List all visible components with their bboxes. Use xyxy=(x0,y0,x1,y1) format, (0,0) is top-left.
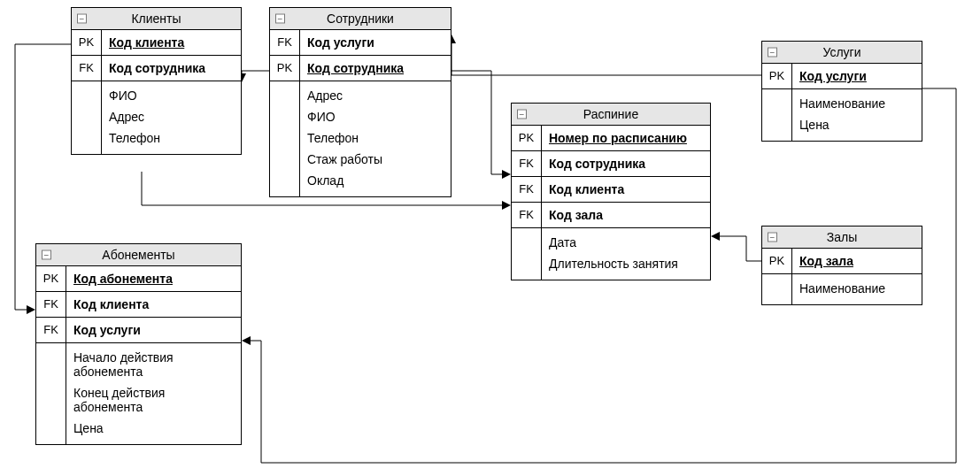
table-row: Наименование Цена xyxy=(762,89,922,141)
field-name: Цена xyxy=(73,418,234,439)
field-name: Код услуги xyxy=(300,30,451,55)
key-label: PK xyxy=(36,266,66,291)
field-name: Конец действия абонемента xyxy=(73,382,234,418)
table-row: PK Код услуги xyxy=(762,64,922,89)
field-name: Цена xyxy=(799,114,914,135)
svg-marker-3 xyxy=(502,170,511,179)
svg-marker-5 xyxy=(711,232,720,241)
attr-list: Адрес ФИО Телефон Стаж работы Оклад xyxy=(300,81,451,196)
svg-marker-2 xyxy=(27,305,35,314)
table-row: FK Код клиента xyxy=(512,177,710,203)
field-name: Код зала xyxy=(792,249,922,273)
table-services-header: − Услуги xyxy=(762,42,922,64)
table-title: Абонементы xyxy=(102,248,174,262)
erd-canvas: − Клиенты PK Код клиента FK Код сотрудни… xyxy=(0,0,980,476)
field-name: Оклад xyxy=(307,170,444,191)
field-name: Код клиента xyxy=(102,30,241,55)
table-row: Наименование xyxy=(762,274,922,304)
table-row: Адрес ФИО Телефон Стаж работы Оклад xyxy=(270,81,451,196)
table-row: FK Код клиента xyxy=(36,292,241,318)
key-label xyxy=(72,81,102,154)
table-row: PK Код абонемента xyxy=(36,266,241,292)
field-name: Адрес xyxy=(307,85,444,106)
key-label: FK xyxy=(36,318,66,342)
table-row: Дата Длительность занятия xyxy=(512,228,710,280)
attr-list: Дата Длительность занятия xyxy=(542,228,710,280)
field-name: Код клиента xyxy=(66,292,241,317)
svg-marker-6 xyxy=(242,336,251,345)
field-name: Начало действия абонемента xyxy=(73,347,234,382)
field-name: ФИО xyxy=(109,85,234,106)
key-label xyxy=(512,228,542,280)
collapse-icon[interactable]: − xyxy=(768,233,777,242)
field-name: Код сотрудника xyxy=(542,151,710,176)
collapse-icon[interactable]: − xyxy=(275,14,285,24)
table-title: Сотрудники xyxy=(327,12,394,26)
field-name: Длительность занятия xyxy=(549,253,703,274)
key-label: PK xyxy=(512,126,542,150)
field-name: Код услуги xyxy=(66,318,241,342)
table-row: Начало действия абонемента Конец действи… xyxy=(36,343,241,444)
table-halls-header: − Залы xyxy=(762,226,922,249)
key-label xyxy=(36,343,66,444)
field-name: Телефон xyxy=(307,127,444,149)
key-label: FK xyxy=(512,177,542,202)
table-employees: − Сотрудники FK Код услуги PK Код сотруд… xyxy=(269,7,451,197)
collapse-icon[interactable]: − xyxy=(517,110,527,119)
field-name: Код сотрудника xyxy=(102,56,241,81)
table-row: FK Код услуги xyxy=(36,318,241,343)
collapse-icon[interactable]: − xyxy=(768,48,777,58)
attr-list: Наименование Цена xyxy=(792,89,922,141)
table-row: FK Код зала xyxy=(512,203,710,228)
field-name: Код зала xyxy=(542,203,710,227)
field-name: Наименование xyxy=(799,278,914,299)
table-row: PK Код сотрудника xyxy=(270,56,451,81)
attr-list: Начало действия абонемента Конец действи… xyxy=(66,343,241,444)
key-label xyxy=(762,89,792,141)
attr-list: Наименование xyxy=(792,274,922,304)
field-name: Телефон xyxy=(109,127,234,149)
attr-list: ФИО Адрес Телефон xyxy=(102,81,241,154)
table-title: Услуги xyxy=(822,45,860,59)
table-subscriptions: − Абонементы PK Код абонемента FK Код кл… xyxy=(35,243,242,445)
table-services: − Услуги PK Код услуги Наименование Цена xyxy=(761,41,922,142)
field-name: Стаж работы xyxy=(307,149,444,170)
field-name: Наименование xyxy=(799,93,914,114)
table-employees-header: − Сотрудники xyxy=(270,8,451,30)
field-name: ФИО xyxy=(307,106,444,127)
table-title: Распиние xyxy=(583,107,638,121)
svg-marker-4 xyxy=(502,201,511,210)
key-label: FK xyxy=(72,56,102,81)
key-label: FK xyxy=(270,30,300,55)
table-row: FK Код услуги xyxy=(270,30,451,56)
key-label xyxy=(270,81,300,196)
key-label xyxy=(762,274,792,304)
table-row: FK Код сотрудника xyxy=(72,56,241,81)
field-name: Код клиента xyxy=(542,177,710,202)
table-row: PK Код клиента xyxy=(72,30,241,56)
field-name: Номер по расписанию xyxy=(542,126,710,150)
table-title: Залы xyxy=(827,230,857,244)
key-label: PK xyxy=(762,64,792,88)
collapse-icon[interactable]: − xyxy=(77,14,87,24)
table-row: ФИО Адрес Телефон xyxy=(72,81,241,154)
field-name: Дата xyxy=(549,232,703,253)
collapse-icon[interactable]: − xyxy=(42,250,51,260)
key-label: FK xyxy=(36,292,66,317)
key-label: FK xyxy=(512,151,542,176)
table-halls: − Залы PK Код зала Наименование xyxy=(761,226,922,305)
key-label: PK xyxy=(72,30,102,55)
table-row: FK Код сотрудника xyxy=(512,151,710,177)
key-label: FK xyxy=(512,203,542,227)
field-name: Код абонемента xyxy=(66,266,241,291)
field-name: Код сотрудника xyxy=(300,56,451,81)
table-clients: − Клиенты PK Код клиента FK Код сотрудни… xyxy=(71,7,242,155)
table-row: PK Код зала xyxy=(762,249,922,274)
field-name: Код услуги xyxy=(792,64,922,88)
table-title: Клиенты xyxy=(131,12,181,26)
key-label: PK xyxy=(270,56,300,81)
table-row: PK Номер по расписанию xyxy=(512,126,710,151)
key-label: PK xyxy=(762,249,792,273)
table-schedule: − Распиние PK Номер по расписанию FK Код… xyxy=(511,103,711,280)
field-name: Адрес xyxy=(109,106,234,127)
